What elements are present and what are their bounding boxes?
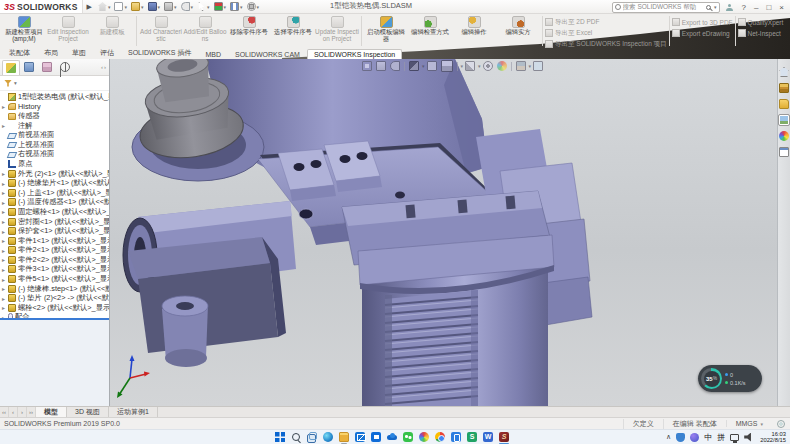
help-button[interactable]: ? xyxy=(742,3,746,12)
clock[interactable]: 16:03 2022/8/15 xyxy=(760,431,786,444)
tree-item[interactable]: ▸零件5<1> (默认<<默认>_显示状态 xyxy=(0,274,109,284)
export-item[interactable]: Net-Inspect xyxy=(738,28,784,38)
taskbar-task-view[interactable] xyxy=(304,430,320,444)
tree-item[interactable]: ▸零件2<1> (默认<<默认>_显示状态 xyxy=(0,246,109,256)
tab-scroll-prev[interactable]: ‹ xyxy=(9,407,18,417)
tree-item[interactable]: ▸保护套<1> (默认<<默认>_显示状态 xyxy=(0,226,109,236)
doc-tab-1[interactable]: 3D 视图 xyxy=(67,407,109,417)
tab-草图[interactable]: 草图 xyxy=(65,46,93,59)
appearances-icon[interactable] xyxy=(779,131,789,141)
taskbar-onedrive[interactable] xyxy=(384,430,400,444)
qa-options-button[interactable]: ▾ xyxy=(246,1,261,12)
volume-icon[interactable] xyxy=(744,433,753,442)
search-input[interactable]: 搜索 SOLIDWORKS 帮助 ▾ xyxy=(612,2,720,13)
view-settings-icon[interactable] xyxy=(533,61,543,71)
view-palette-icon[interactable] xyxy=(779,115,789,125)
taskbar-start[interactable] xyxy=(272,430,288,444)
export-item[interactable]: Export to 3D PDF xyxy=(672,17,733,27)
ime-mode[interactable]: 拼 xyxy=(717,432,725,443)
taskbar-wechat[interactable] xyxy=(400,430,416,444)
edit-appearance-icon[interactable] xyxy=(497,61,507,71)
taskbar-photos[interactable] xyxy=(416,430,432,444)
taskbar-edge[interactable] xyxy=(320,430,336,444)
tree-item[interactable]: 传感器 xyxy=(0,111,109,121)
taskbar-app-green[interactable] xyxy=(464,430,480,444)
doc-tab-0[interactable]: 模型 xyxy=(36,407,67,417)
tab-solidworks-inspection[interactable]: SOLIDWORKS Inspection xyxy=(307,49,402,59)
design-library-icon[interactable] xyxy=(779,83,789,93)
view-orientation-icon[interactable] xyxy=(441,60,453,72)
filter-dropdown-icon[interactable]: ▾ xyxy=(14,80,17,86)
ribbon-button-edit-recipe[interactable]: 编辑实方 xyxy=(496,15,540,47)
tree-item[interactable]: ▸外壳 (2)<1> (默认<<默认>_显示状态 xyxy=(0,169,109,179)
taskbar-chrome[interactable] xyxy=(432,430,448,444)
dynamic-annotation-icon[interactable] xyxy=(427,61,437,71)
export-item[interactable]: 导出至 2D PDF xyxy=(545,17,667,27)
tree-item[interactable]: 上视基准面 xyxy=(0,140,109,150)
taskbar-solidworks[interactable] xyxy=(496,430,512,444)
zoom-area-icon[interactable] xyxy=(376,61,386,71)
tree-item[interactable]: ▸螺栓<2> (默认<<默认>_显示状态 xyxy=(0,303,109,313)
login-icon[interactable] xyxy=(726,4,733,11)
tree-item[interactable]: ▸零件3<1> (默认<<默认>_显示状态 xyxy=(0,265,109,275)
tray-app-icon[interactable] xyxy=(690,433,699,442)
tab-评估[interactable]: 评估 xyxy=(93,46,121,59)
tree-item[interactable]: ▸注解 xyxy=(0,121,109,131)
search-dropdown-icon[interactable]: ▾ xyxy=(714,4,717,10)
scene-icon[interactable] xyxy=(516,61,526,71)
tree-item[interactable]: ▸密封圈<1> (默认<<默认>_显示状态 xyxy=(0,217,109,227)
tree-item[interactable]: ▸(-) 垫片 (2)<2> -> (默认<<默认> xyxy=(0,293,109,303)
tab-装配体[interactable]: 装配体 xyxy=(2,46,37,59)
hide-show-icon[interactable] xyxy=(483,61,493,71)
tab-solidworks-插件[interactable]: SOLIDWORKS 插件 xyxy=(121,46,198,59)
ribbon-button-add-characteristic[interactable]: Add Characteristic xyxy=(139,15,183,47)
tab-布局[interactable]: 布局 xyxy=(37,46,65,59)
tree-item[interactable]: 右视基准面 xyxy=(0,150,109,160)
doc-tab-2[interactable]: 运动算例1 xyxy=(109,407,158,417)
tree-item[interactable]: ▸(-) 上盖<1> (默认<<默认>_显示状态 xyxy=(0,188,109,198)
tree-item[interactable]: ▸(-) 绝缘棒.step<1> (默认<<默认> xyxy=(0,284,109,294)
file-explorer-icon[interactable] xyxy=(779,99,789,109)
ime-language[interactable]: 中 xyxy=(704,432,712,443)
tree-item[interactable]: ▸零件1<1> (默认<<默认>_显示状态- xyxy=(0,236,109,246)
qa-select-button[interactable]: ▾ xyxy=(196,1,211,12)
export-item[interactable]: QualityXpert xyxy=(738,17,784,27)
tab-solidworks-cam[interactable]: SOLIDWORKS CAM xyxy=(228,49,307,59)
cad-model[interactable] xyxy=(110,59,777,406)
display-style-icon[interactable] xyxy=(465,61,475,71)
tab-scroll-last[interactable]: ›› xyxy=(27,407,36,417)
panel-tab-dimxpert[interactable] xyxy=(56,60,74,75)
graphics-area[interactable]: ▾▾▾▾ 35 % 0 0.1K xyxy=(110,59,790,406)
menu-flyout-arrow-icon[interactable]: ▶ xyxy=(87,3,92,11)
section-view-icon[interactable] xyxy=(409,61,419,71)
security-shield-icon[interactable] xyxy=(676,433,685,442)
panel-tab-arrows[interactable]: ‹› xyxy=(101,64,109,70)
panel-tab-properties[interactable] xyxy=(20,60,38,75)
custom-properties-icon[interactable] xyxy=(779,147,789,157)
tree-item[interactable]: 前视基准面 xyxy=(0,130,109,140)
tree-item[interactable]: ▸固定螺栓<1> (默认<<默认>_显示状态 xyxy=(0,207,109,217)
qa-undo-button[interactable]: ▾ xyxy=(180,1,195,12)
tab-mbd[interactable]: MBD xyxy=(198,49,228,59)
tree-root[interactable]: 1型铠装热电偶 (默认<默认_显示状态-1 xyxy=(0,92,109,102)
tab-scroll-next[interactable]: › xyxy=(18,407,27,417)
qa-display-button[interactable]: ▾ xyxy=(229,1,244,12)
ribbon-button-new-inspection[interactable]: 新建检查项目 (amp;M) xyxy=(2,15,46,47)
tree-item[interactable]: ▸History xyxy=(0,102,109,112)
display-tray-icon[interactable] xyxy=(730,434,739,441)
tree-item[interactable]: ▸(-) 绝缘垫片<1> (默认<<默认>_显示 xyxy=(0,178,109,188)
ribbon-button-edit-method[interactable]: 编辑检查方式 xyxy=(408,15,452,47)
qa-rebuild-button[interactable]: ▾ xyxy=(213,1,228,12)
ribbon-button-template-editor[interactable]: 启动模板编辑器 xyxy=(364,15,408,47)
taskbar-search[interactable] xyxy=(288,430,304,444)
qa-new-button[interactable]: ▾ xyxy=(113,1,128,12)
qa-save-button[interactable]: ▾ xyxy=(147,1,162,12)
tab-scroll-first[interactable]: ‹‹ xyxy=(0,407,9,417)
units-selector[interactable]: MMGS ▾ xyxy=(726,420,772,427)
recorder-widget[interactable]: 35 % 0 0.1K/s xyxy=(698,365,762,392)
restore-button[interactable]: □ xyxy=(766,3,771,12)
tree-item[interactable]: ▸(-) 温度传感器<1> (默认<<默认>_显 xyxy=(0,198,109,208)
qa-print-button[interactable]: ▾ xyxy=(163,1,178,12)
resources-icon[interactable] xyxy=(779,67,789,77)
previous-view-icon[interactable] xyxy=(390,61,400,71)
